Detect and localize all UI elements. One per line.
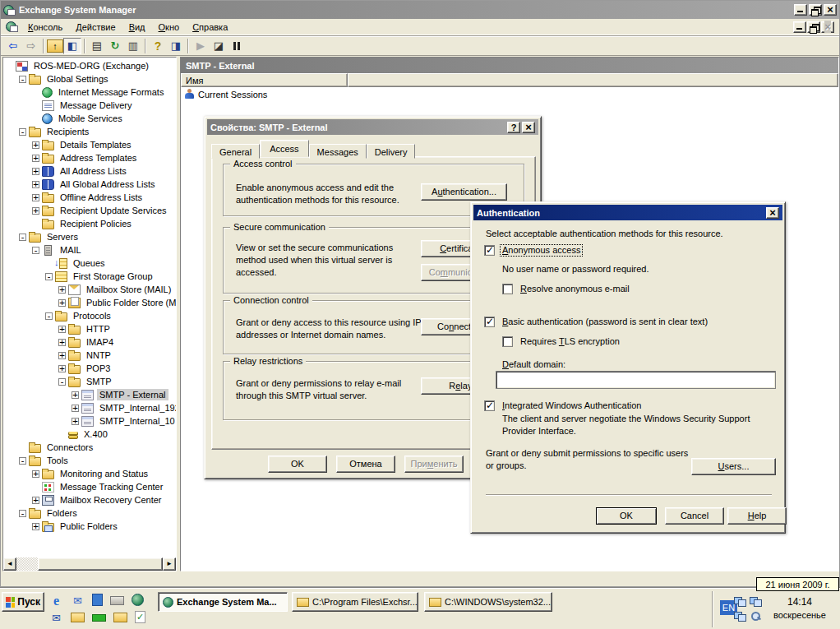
- tree-item[interactable]: ROS-MED-ORG (Exchange): [3, 59, 176, 72]
- tree-item-label[interactable]: Queues: [71, 257, 108, 269]
- tree-item-label[interactable]: Public Folders: [58, 520, 120, 532]
- tree-item[interactable]: Folders: [3, 506, 176, 520]
- tab[interactable]: Delivery: [367, 144, 416, 159]
- tree-item[interactable]: IMAP4: [3, 335, 176, 349]
- tree-item[interactable]: SMTP_Internal_192: [3, 401, 176, 414]
- tree-item-label[interactable]: Message Tracking Center: [58, 481, 165, 493]
- list-item-label[interactable]: Current Sessions: [198, 90, 267, 99]
- integrated-windows-auth-label[interactable]: Integrated Windows Authentication: [501, 400, 643, 411]
- forward-icon[interactable]: ⇨: [22, 38, 40, 54]
- auth-cancel-button[interactable]: Cancel: [665, 507, 724, 525]
- pause-service-icon[interactable]: [228, 38, 246, 54]
- tree-item[interactable]: Tools: [3, 454, 176, 467]
- tree-item[interactable]: Global Settings: [3, 72, 176, 86]
- tree-item-label[interactable]: Mobile Services: [56, 113, 125, 124]
- search-indexer-icon[interactable]: [750, 611, 762, 622]
- tree-item-label[interactable]: Global Settings: [44, 73, 111, 85]
- tree-horizontal-scrollbar[interactable]: ◄ ►: [3, 557, 176, 571]
- auth-ok-button[interactable]: OK: [596, 507, 657, 525]
- tree-item-label[interactable]: SMTP_Internal_192: [97, 402, 176, 414]
- tree-item-label[interactable]: Monitoring and Status: [58, 468, 150, 479]
- expander-icon[interactable]: [58, 365, 66, 372]
- tree-item[interactable]: Connectors: [3, 441, 176, 454]
- start-service-icon[interactable]: ▶: [192, 38, 210, 54]
- tree-item-label[interactable]: Mailbox Recovery Center: [58, 494, 164, 506]
- tree-item-label[interactable]: All Address Lists: [58, 165, 129, 177]
- tree-item[interactable]: MAIL: [3, 243, 176, 257]
- scroll-right-icon[interactable]: ►: [163, 557, 176, 571]
- close-button[interactable]: [824, 4, 837, 16]
- tree-item[interactable]: Recipient Update Services: [3, 204, 176, 217]
- tree-item-label[interactable]: MAIL: [58, 244, 84, 256]
- tree-item-label[interactable]: Folders: [44, 507, 80, 519]
- tree-item-label[interactable]: Servers: [44, 231, 81, 243]
- tree-item[interactable]: Protocols: [3, 309, 176, 322]
- tree-item[interactable]: Public Folders: [3, 520, 176, 533]
- tree-item[interactable]: Servers: [3, 230, 176, 243]
- expander-icon[interactable]: [32, 194, 39, 201]
- tree-item-label[interactable]: NNTP: [84, 349, 113, 361]
- list-item[interactable]: Current Sessions: [181, 87, 838, 101]
- default-domain-input[interactable]: [496, 371, 776, 389]
- properties-icon[interactable]: ▤: [88, 38, 106, 54]
- tree-item-label[interactable]: ROS-MED-ORG (Exchange): [31, 60, 151, 72]
- expander-icon[interactable]: [32, 141, 39, 149]
- properties-dialog-titlebar[interactable]: Свойства: SMTP - External ?: [207, 119, 538, 135]
- tree-item[interactable]: Queues: [3, 257, 176, 270]
- tree-item-label[interactable]: All Global Address Lists: [58, 178, 158, 190]
- tree-item[interactable]: Message Tracking Center: [3, 480, 176, 493]
- menu-item[interactable]: Вид: [122, 20, 152, 35]
- tree-item[interactable]: All Global Address Lists: [3, 178, 176, 191]
- restore-button[interactable]: [809, 4, 822, 16]
- expander-icon[interactable]: [32, 497, 39, 504]
- tree-item[interactable]: Details Templates: [3, 138, 176, 151]
- expander-icon[interactable]: [32, 181, 39, 188]
- tree-item[interactable]: HTTP: [3, 322, 176, 335]
- expander-icon[interactable]: [45, 312, 53, 320]
- tree-item[interactable]: First Storage Group: [3, 270, 176, 283]
- tree-item-label[interactable]: SMTP_Internal_10: [97, 415, 176, 427]
- expander-icon[interactable]: [58, 286, 66, 294]
- tree-item-label[interactable]: Tools: [44, 455, 71, 466]
- tree-item[interactable]: Public Folder Store (MAIL): [3, 296, 176, 309]
- tree-item-label[interactable]: Mailbox Store (MAIL): [84, 284, 173, 295]
- internet-explorer-icon[interactable]: e: [49, 594, 63, 608]
- tree-item[interactable]: POP3: [3, 362, 176, 375]
- tree-item-label[interactable]: Details Templates: [58, 139, 134, 150]
- taskbar-button-exchange[interactable]: Exchange System Ma...: [158, 592, 288, 612]
- tree-item[interactable]: SMTP: [3, 375, 176, 388]
- expander-icon[interactable]: [72, 418, 79, 425]
- users-button[interactable]: Users...: [691, 458, 776, 475]
- expander-icon[interactable]: [58, 326, 66, 333]
- help-icon[interactable]: ?: [149, 38, 167, 54]
- auth-help-button[interactable]: Help: [727, 507, 787, 525]
- console-window-icon[interactable]: [6, 21, 18, 32]
- context-help-icon[interactable]: ?: [507, 122, 520, 133]
- tree-item-label[interactable]: IMAP4: [84, 336, 116, 348]
- tree-item-label[interactable]: Message Delivery: [58, 99, 134, 111]
- auth-dialog-titlebar[interactable]: Authentication: [473, 205, 782, 220]
- requires-tls-checkbox[interactable]: [502, 336, 513, 347]
- expander-icon[interactable]: [19, 234, 26, 241]
- tree-item-label[interactable]: SMTP - External: [97, 389, 168, 400]
- resolve-anonymous-checkbox[interactable]: [502, 284, 513, 294]
- column-header-empty[interactable]: [348, 73, 838, 87]
- expander-icon[interactable]: [58, 352, 66, 359]
- tree-item[interactable]: Address Templates: [3, 151, 176, 164]
- menu-item[interactable]: Консоль: [21, 20, 69, 35]
- network-status-icon[interactable]: [750, 596, 762, 607]
- expander-icon[interactable]: [58, 339, 66, 346]
- authentication-button[interactable]: Authentication...: [421, 183, 507, 201]
- network-status-icon[interactable]: [734, 596, 746, 607]
- anonymous-access-checkbox[interactable]: [484, 245, 495, 256]
- separator[interactable]: [43, 39, 44, 53]
- mdi-restore-button[interactable]: [807, 21, 820, 33]
- expander-icon[interactable]: [58, 299, 66, 307]
- requires-tls-label[interactable]: Requires TLS encryption: [519, 336, 621, 347]
- mdi-minimize-button[interactable]: [793, 21, 806, 33]
- tree-item[interactable]: Mailbox Recovery Center: [3, 493, 176, 506]
- tree-item-label[interactable]: Recipients: [44, 126, 91, 137]
- menu-item[interactable]: Окно: [152, 20, 187, 35]
- tree-item[interactable]: Mobile Services: [3, 112, 176, 125]
- expander-icon[interactable]: [58, 378, 66, 386]
